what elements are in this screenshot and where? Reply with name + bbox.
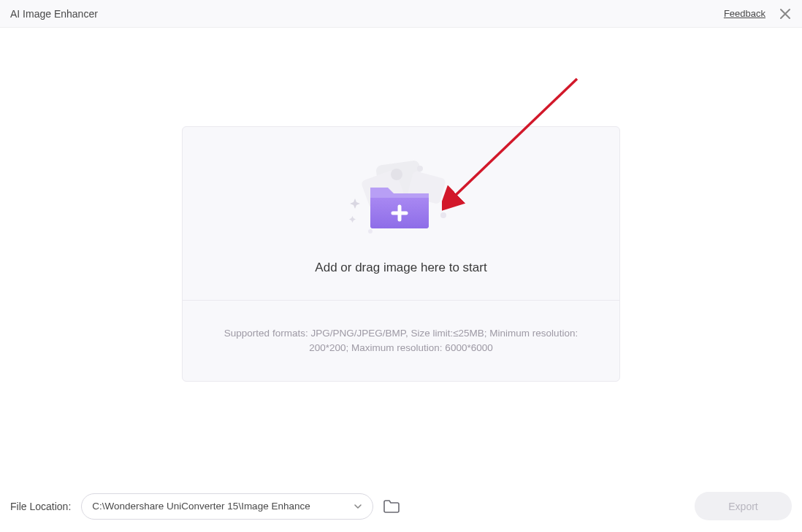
svg-point-4 [417, 166, 423, 171]
main-content: Add or drag image here to start Supporte… [0, 28, 802, 480]
file-path-text: C:\Wondershare UniConverter 15\Image Enh… [92, 501, 310, 512]
chevron-down-icon [354, 502, 362, 511]
drop-zone-lower: Supported formats: JPG/PNG/JPEG/BMP, Siz… [183, 300, 619, 381]
drop-zone-upper: Add or drag image here to start [183, 127, 619, 300]
file-location-label: File Location: [10, 501, 71, 512]
svg-point-3 [391, 169, 402, 180]
close-button[interactable] [779, 7, 792, 20]
supported-formats-text: Supported formats: JPG/PNG/JPEG/BMP, Siz… [205, 326, 597, 356]
export-button[interactable]: Export [695, 492, 792, 520]
window-header: AI Image Enhancer Feedback [0, 0, 802, 28]
open-folder-button[interactable] [383, 500, 400, 513]
close-icon [779, 7, 792, 20]
folder-plus-illustration [343, 158, 459, 239]
app-title: AI Image Enhancer [10, 8, 98, 20]
footer-bar: File Location: C:\Wondershare UniConvert… [0, 480, 802, 532]
feedback-link[interactable]: Feedback [724, 8, 765, 19]
image-drop-zone[interactable]: Add or drag image here to start Supporte… [182, 126, 620, 382]
file-path-dropdown[interactable]: C:\Wondershare UniConverter 15\Image Enh… [81, 493, 373, 520]
svg-point-5 [440, 212, 446, 218]
drop-instruction-text: Add or drag image here to start [315, 261, 486, 275]
footer-left: File Location: C:\Wondershare UniConvert… [10, 493, 400, 520]
svg-point-6 [368, 229, 373, 234]
header-actions: Feedback [724, 7, 792, 20]
